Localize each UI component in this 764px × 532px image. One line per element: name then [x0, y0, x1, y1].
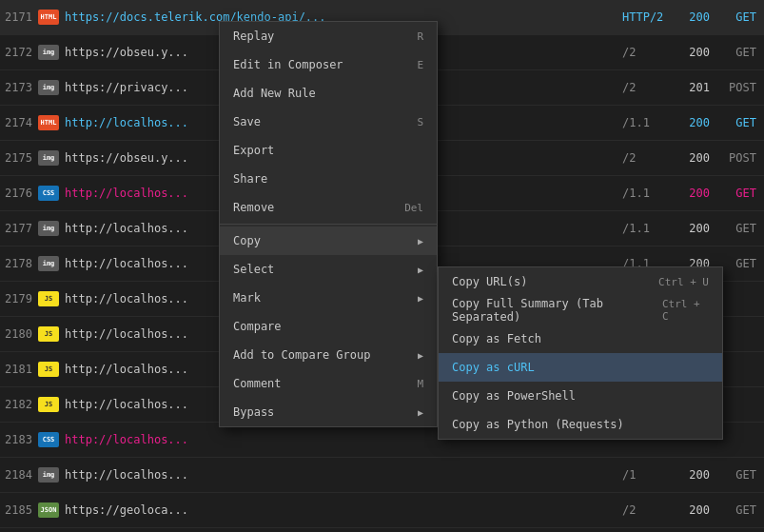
row-method: POST [717, 81, 760, 94]
submenu-arrow-icon: ▶ [418, 293, 423, 304]
menu-item-compare[interactable]: Compare [220, 312, 437, 341]
menu-item-shortcut: S [417, 116, 423, 128]
row-url: http://localhos... [65, 468, 622, 482]
menu-item-label: Comment [233, 377, 282, 390]
row-method: GET [717, 10, 760, 24]
row-type-icon: JS [38, 326, 59, 342]
row-protocol: /1.1 [622, 116, 675, 129]
menu-item-label: Remove [233, 201, 274, 214]
menu-item-label: Export [233, 144, 274, 157]
menu-item-shortcut: M [417, 378, 423, 390]
row-method: GET [717, 46, 760, 59]
row-number: 2180 [4, 327, 38, 341]
row-protocol: /1 [622, 468, 675, 482]
row-number: 2183 [4, 433, 38, 446]
row-type-icon: img [38, 467, 59, 483]
submenu-item-copy-as-curl[interactable]: Copy as cURL [439, 353, 722, 382]
submenu-item-copy-urls[interactable]: Copy URL(s) Ctrl + U [439, 267, 722, 296]
menu-item-add-to-compare-group[interactable]: Add to Compare Group ▶ [220, 341, 437, 369]
menu-item-label: Share [233, 172, 267, 186]
table-row[interactable]: 2185 JSON https://geoloca... /2 200 GET [0, 493, 764, 528]
menu-separator [220, 224, 437, 225]
submenu-item-copy-as-python-requests[interactable]: Copy as Python (Requests) [439, 410, 722, 439]
row-type-icon: JS [38, 291, 59, 306]
menu-item-mark[interactable]: Mark ▶ [220, 284, 437, 312]
submenu-item-shortcut: Ctrl + C [662, 298, 709, 323]
row-number: 2176 [4, 187, 38, 200]
menu-item-label: Add to Compare Group [233, 348, 371, 362]
row-status: 200 [675, 46, 717, 59]
menu-item-label: Compare [233, 320, 282, 333]
menu-item-share[interactable]: Share [220, 165, 437, 193]
menu-item-save[interactable]: Save S [220, 108, 437, 136]
menu-item-bypass[interactable]: Bypass ▶ [220, 398, 437, 426]
submenu-item-label: Copy as PowerShell [452, 389, 576, 403]
submenu-item-shortcut: Ctrl + U [658, 276, 709, 288]
menu-item-shortcut: Del [404, 202, 423, 214]
menu-item-label: Save [233, 115, 261, 128]
row-type-icon: img [38, 150, 59, 166]
row-number: 2179 [4, 292, 38, 305]
submenu-item-label: Copy as Python (Requests) [452, 418, 624, 431]
row-number: 2171 [4, 10, 38, 24]
row-method: POST [717, 151, 760, 165]
row-status: 200 [675, 10, 717, 24]
row-number: 2181 [4, 363, 38, 376]
context-menu: Replay R Edit in Composer E Add New Rule… [219, 21, 438, 427]
menu-item-label: Select [233, 263, 274, 276]
row-method: GET [717, 222, 760, 235]
row-method: GET [717, 257, 760, 270]
row-protocol: /2 [622, 81, 675, 94]
menu-item-select[interactable]: Select ▶ [220, 255, 437, 284]
row-protocol: /2 [622, 151, 675, 165]
submenu-item-label: Copy as cURL [452, 361, 535, 374]
row-type-icon: HTML [38, 115, 59, 130]
row-status: 200 [675, 222, 717, 235]
table-row[interactable]: 2184 img http://localhos... /1 200 GET [0, 458, 764, 493]
menu-item-remove[interactable]: Remove Del [220, 193, 437, 222]
main-container: 2171 HTML https://docs.telerik.com/kendo… [0, 0, 764, 532]
menu-item-label: Edit in Composer [233, 58, 343, 71]
row-url: https://geoloca... [65, 503, 622, 517]
submenu-arrow-icon: ▶ [418, 236, 423, 246]
menu-item-shortcut: E [417, 59, 423, 71]
submenu-item-label: Copy as Fetch [452, 332, 541, 345]
row-protocol: /2 [622, 503, 675, 517]
menu-item-label: Mark [233, 291, 261, 305]
row-type-icon: img [38, 45, 59, 60]
row-method: GET [717, 468, 760, 482]
row-type-icon: img [38, 80, 59, 95]
submenu-item-copy-full-summary-tab-separated[interactable]: Copy Full Summary (Tab Separated) Ctrl +… [439, 296, 722, 325]
menu-item-copy[interactable]: Copy ▶ [220, 227, 437, 255]
row-protocol: /2 [622, 46, 675, 59]
row-number: 2182 [4, 398, 38, 411]
submenu-item-label: Copy URL(s) [452, 275, 527, 288]
row-number: 2177 [4, 222, 38, 235]
menu-item-replay[interactable]: Replay R [220, 22, 437, 50]
submenu-item-copy-as-powershell[interactable]: Copy as PowerShell [439, 382, 722, 410]
menu-item-label: Copy [233, 234, 261, 247]
row-type-icon: CSS [38, 186, 59, 201]
row-type-icon: CSS [38, 432, 59, 447]
row-status: 200 [675, 187, 717, 200]
menu-item-export[interactable]: Export [220, 136, 437, 165]
submenu-item-label: Copy Full Summary (Tab Separated) [452, 297, 662, 324]
row-number: 2172 [4, 46, 38, 59]
row-type-icon: JSON [38, 502, 59, 518]
menu-item-add-new-rule[interactable]: Add New Rule [220, 79, 437, 108]
row-type-icon: HTML [38, 10, 59, 25]
row-status: 200 [675, 151, 717, 165]
row-type-icon: img [38, 221, 59, 236]
row-status: 200 [675, 116, 717, 129]
row-status: 201 [675, 81, 717, 94]
menu-item-edit-in-composer[interactable]: Edit in Composer E [220, 50, 437, 79]
submenu: Copy URL(s) Ctrl + U Copy Full Summary (… [438, 266, 723, 440]
submenu-item-copy-as-fetch[interactable]: Copy as Fetch [439, 325, 722, 353]
row-number: 2185 [4, 503, 38, 517]
menu-item-comment[interactable]: Comment M [220, 369, 437, 398]
row-number: 2175 [4, 151, 38, 165]
row-number: 2178 [4, 257, 38, 270]
row-method: GET [717, 116, 760, 129]
row-type-icon: img [38, 256, 59, 271]
row-status: 200 [675, 468, 717, 482]
